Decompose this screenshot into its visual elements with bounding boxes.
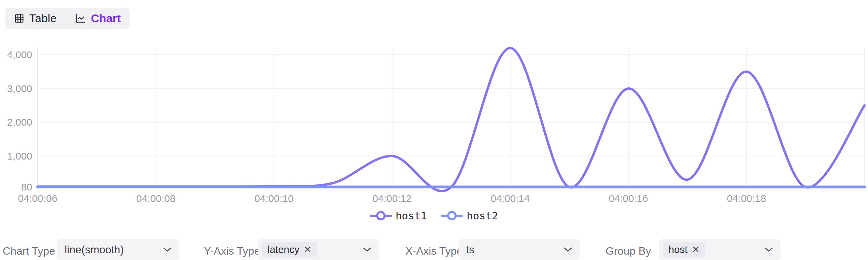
line-chart-plot[interactable] (0, 0, 868, 222)
x-tick-label: 04:00:18 (716, 193, 777, 204)
remove-latency-icon[interactable]: ✕ (304, 245, 312, 254)
y-tick-label: 3,000 (0, 83, 32, 95)
legend-item-host1[interactable]: host1 (370, 210, 427, 222)
chevron-down-icon (363, 247, 371, 252)
chevron-down-icon (563, 247, 572, 252)
x-tick-label: 04:00:14 (480, 193, 541, 204)
x-tick-label: 04:00:10 (244, 193, 304, 204)
x-axis-type-value: ts (466, 244, 474, 256)
legend-item-host2[interactable]: host2 (441, 210, 498, 222)
chart-area[interactable]: 801,0002,0003,0004,000 04:00:0604:00:080… (0, 0, 868, 222)
remove-host-icon[interactable]: ✕ (692, 245, 700, 254)
x-tick-label: 04:00:08 (125, 193, 186, 204)
y-axis-chip-latency: latency ✕ (262, 242, 317, 257)
legend-label: host1 (396, 210, 427, 222)
chevron-down-icon (764, 247, 773, 252)
chart-type-label: Chart Type (3, 245, 55, 257)
series-line-host1[interactable] (38, 48, 865, 191)
group-by-label: Group By (606, 245, 651, 257)
x-tick-label: 04:00:06 (7, 193, 68, 204)
group-by-chip-host: host ✕ (663, 242, 705, 257)
chevron-down-icon (163, 247, 172, 252)
y-axis-chip-text: latency (268, 244, 300, 255)
y-axis-types-select[interactable]: latency ✕ (258, 239, 379, 260)
y-tick-label: 80 (0, 181, 32, 193)
group-by-select[interactable]: host ✕ (659, 239, 780, 260)
x-axis-type-label: X-Axis Type (405, 245, 463, 257)
chart-type-select[interactable]: line(smooth) (57, 239, 179, 260)
legend-label: host2 (467, 210, 498, 222)
y-tick-label: 4,000 (0, 49, 32, 61)
x-axis-type-select[interactable]: ts (459, 239, 580, 260)
y-axis-types-label: Y-Axis Types (204, 245, 266, 257)
legend-line-marker-icon (441, 210, 463, 221)
chart-type-value: line(smooth) (65, 244, 124, 256)
chart-legend: host1host2 (0, 210, 868, 222)
y-tick-label: 1,000 (0, 150, 32, 162)
y-tick-label: 2,000 (0, 117, 32, 128)
legend-line-marker-icon (370, 210, 392, 221)
group-by-chip-text: host (669, 244, 688, 255)
x-tick-label: 04:00:16 (598, 193, 659, 204)
x-tick-label: 04:00:12 (362, 193, 422, 204)
